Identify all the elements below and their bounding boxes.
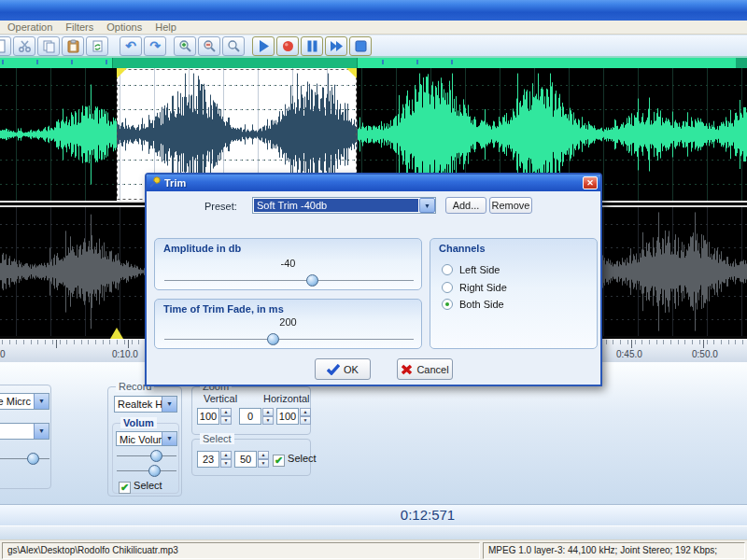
zoom-horizontal-spinner[interactable]: 100 ▲▼ xyxy=(276,408,311,425)
select-end-spinner[interactable]: 50 ▲▼ xyxy=(234,451,269,468)
volume-subgroup-title: Volum xyxy=(120,417,157,428)
slider-thumb[interactable] xyxy=(148,465,161,477)
radio-both-side-label: Both Side xyxy=(459,299,504,310)
zoom-vertical-label: Vertical xyxy=(204,393,237,404)
stop-button[interactable] xyxy=(349,36,372,56)
selection-marker-top-left[interactable] xyxy=(117,68,127,78)
play-button[interactable] xyxy=(252,36,275,56)
remove-button[interactable]: Remove xyxy=(489,197,532,214)
document-button[interactable] xyxy=(0,36,11,56)
record-button[interactable] xyxy=(276,36,299,56)
spin-down-icon[interactable]: ▼ xyxy=(220,416,232,425)
chevron-down-icon: ▼ xyxy=(34,424,49,439)
add-button[interactable]: Add... xyxy=(445,197,486,214)
select-end-value: 50 xyxy=(234,451,257,468)
fade-group-title: Time of Trim Fade, in ms xyxy=(155,300,421,315)
playback-device-combo[interactable]: e Micrc ▼ xyxy=(0,393,49,410)
zoom-in-button[interactable] xyxy=(174,36,196,56)
radio-left-side[interactable]: Left Side xyxy=(442,264,500,275)
check-icon xyxy=(327,364,340,375)
zoom-button[interactable] xyxy=(222,36,245,56)
selection-marker-top-right[interactable] xyxy=(346,68,357,78)
undo-button[interactable]: ↶ xyxy=(120,36,142,56)
paste-button[interactable] xyxy=(62,36,84,56)
radio-icon xyxy=(442,264,453,275)
copy-button[interactable] xyxy=(37,36,60,56)
forward-button[interactable] xyxy=(325,36,347,56)
preset-value: Soft Trim -40db xyxy=(254,199,418,212)
select-start-spinner[interactable]: 23 ▲▼ xyxy=(197,451,232,468)
redo-button[interactable]: ↷ xyxy=(144,36,166,56)
select-label: Select xyxy=(288,453,317,464)
overview-end-marker xyxy=(736,58,747,68)
radio-icon xyxy=(442,282,453,293)
radio-right-side[interactable]: Right Side xyxy=(442,282,507,293)
cut-icon xyxy=(18,39,32,53)
lower-strip xyxy=(0,525,747,539)
preset-label: Preset: xyxy=(204,201,237,212)
zoom-middle-spinner[interactable]: 0 ▲▼ xyxy=(239,408,274,425)
forward-icon xyxy=(330,39,344,53)
selection-marker-bottom[interactable] xyxy=(110,328,123,339)
paste-icon xyxy=(66,39,80,53)
spin-up-icon[interactable]: ▲ xyxy=(262,408,274,416)
playback-volume-slider[interactable] xyxy=(0,453,49,465)
zoom-vertical-spinner[interactable]: 100 ▲▼ xyxy=(197,408,232,425)
waveform-overview-bar[interactable] xyxy=(0,56,747,68)
chevron-down-icon: ▼ xyxy=(419,198,435,213)
spin-down-icon[interactable]: ▼ xyxy=(258,459,269,468)
amplitude-group: Amplitude in db -40 xyxy=(154,238,422,290)
radio-left-side-label: Left Side xyxy=(459,264,500,275)
menu-options[interactable]: Options xyxy=(106,21,142,33)
menu-operation[interactable]: Operation xyxy=(7,21,52,33)
trim-dialog-titlebar[interactable]: Trim ✕ xyxy=(147,175,600,191)
spin-up-icon[interactable]: ▲ xyxy=(300,408,311,416)
slider-thumb[interactable] xyxy=(267,333,279,345)
select-group: Select 23 ▲▼ 50 ▲▼ ✔ Select xyxy=(191,439,311,476)
spin-up-icon[interactable]: ▲ xyxy=(220,408,232,416)
pause-button[interactable] xyxy=(301,36,323,56)
cut-button[interactable] xyxy=(13,36,35,56)
overview-viewport[interactable] xyxy=(112,58,358,68)
spin-down-icon[interactable]: ▼ xyxy=(220,459,232,468)
fade-slider[interactable] xyxy=(164,333,414,345)
close-icon[interactable]: ✕ xyxy=(583,176,598,189)
preset-combo[interactable]: Soft Trim -40db ▼ xyxy=(252,197,436,214)
record-select-row: ✔ Select xyxy=(119,480,162,494)
spin-down-icon[interactable]: ▼ xyxy=(262,416,274,425)
menu-help[interactable]: Help xyxy=(155,21,176,33)
record-select-checkbox[interactable]: ✔ xyxy=(119,482,131,494)
slider-thumb[interactable] xyxy=(150,450,162,462)
copy-icon xyxy=(42,39,56,53)
radio-both-side[interactable]: Both Side xyxy=(442,299,504,310)
playback-volume-combo[interactable]: ▼ xyxy=(0,423,49,440)
record-select-label: Select xyxy=(134,480,162,491)
spin-up-icon[interactable]: ▲ xyxy=(258,451,269,459)
select-start-value: 23 xyxy=(197,451,219,468)
spin-up-icon[interactable]: ▲ xyxy=(220,451,232,459)
record-device-combo[interactable]: Realtek HD Audio Input ▼ xyxy=(114,396,177,413)
slider-thumb[interactable] xyxy=(27,453,39,465)
ok-button[interactable]: OK xyxy=(315,358,371,380)
playback-device-value: e Micrc xyxy=(0,394,34,409)
channels-group-title: Channels xyxy=(430,239,597,254)
ruler-label: 0:10.0 xyxy=(112,349,138,359)
replace-button[interactable] xyxy=(86,36,108,56)
record-slider-2[interactable] xyxy=(117,465,176,477)
record-icon xyxy=(281,39,295,53)
record-volume-combo[interactable]: Mic Volume ▼ xyxy=(116,431,177,446)
spin-down-icon[interactable]: ▼ xyxy=(300,416,311,425)
fade-value: 200 xyxy=(155,316,421,328)
cancel-button[interactable]: Cancel xyxy=(397,358,453,380)
record-device-value: Realtek HD Audio Input xyxy=(115,397,162,412)
amplitude-value: -40 xyxy=(155,258,421,269)
ok-label: OK xyxy=(344,364,359,375)
record-slider-1[interactable] xyxy=(117,450,176,462)
zoom-out-button[interactable] xyxy=(198,36,220,56)
slider-thumb[interactable] xyxy=(306,274,318,287)
current-time: 0:12:571 xyxy=(401,507,455,523)
select-checkbox[interactable]: ✔ xyxy=(273,455,285,467)
amplitude-slider[interactable] xyxy=(164,274,414,287)
window-titlebar[interactable] xyxy=(0,0,747,21)
menu-filters[interactable]: Filters xyxy=(65,21,93,33)
